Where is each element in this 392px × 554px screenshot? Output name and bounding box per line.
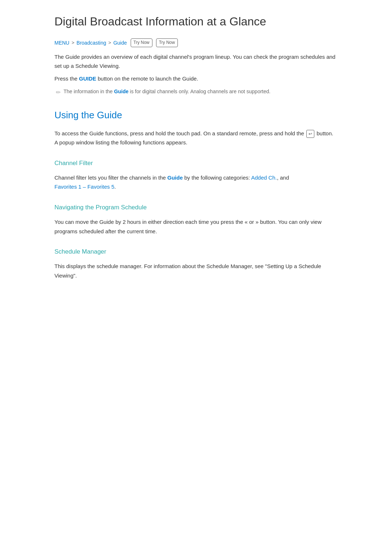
press-guide-text: Press the GUIDE button on the remote to …	[54, 74, 338, 83]
breadcrumb-sep1: >	[72, 39, 74, 47]
cf-guide-keyword: Guide	[167, 175, 183, 181]
note-text: The information in the Guide is for digi…	[64, 87, 270, 95]
rewind-icon: «	[245, 219, 248, 225]
press-prefix: Press the	[54, 75, 79, 82]
breadcrumb-menu[interactable]: MENU	[54, 39, 69, 47]
subsection-channel-filter-body: Channel filter lets you filter the chann…	[54, 173, 338, 192]
return-button-icon: ↩	[306, 130, 314, 138]
press-suffix: button on the remote to launch the Guide…	[96, 75, 198, 82]
pencil-icon: ✏	[56, 88, 61, 97]
nav-prefix: You can move the Guide by 2 hours in eit…	[54, 219, 245, 225]
cf-prefix: Channel filter lets you filter the chann…	[54, 175, 167, 181]
try-now-badge-1[interactable]: Try Now	[131, 38, 152, 47]
subsection-navigating-body: You can move the Guide by 2 hours in eit…	[54, 217, 338, 236]
subsection-navigating-title: Navigating the Program Schedule	[54, 202, 338, 212]
page-container: Digital Broadcast Information at a Glanc…	[33, 0, 359, 313]
note-prefix: The information in the	[64, 89, 114, 94]
section-using-guide-title: Using the Guide	[54, 108, 338, 123]
nav-or: or	[248, 219, 256, 225]
using-guide-prefix: To access the Guide functions, press and…	[54, 130, 306, 136]
intro-paragraph-1: The Guide provides an overview of each d…	[54, 52, 338, 71]
note-guide-keyword: Guide	[114, 89, 128, 94]
breadcrumb-broadcasting[interactable]: Broadcasting	[77, 39, 106, 47]
page-title: Digital Broadcast Information at a Glanc…	[54, 15, 338, 28]
note-block: ✏ The information in the Guide is for di…	[54, 87, 338, 97]
section-using-guide-body: To access the Guide functions, press and…	[54, 129, 338, 147]
cf-middle: by the following categories:	[183, 175, 251, 181]
subsection-schedule-manager-body: This displays the schedule manager. For …	[54, 262, 338, 280]
breadcrumb-guide[interactable]: Guide	[113, 39, 127, 47]
favorites-link[interactable]: Favorites 1 – Favorites 5	[54, 184, 114, 190]
guide-keyword-inline: GUIDE	[79, 75, 97, 82]
cf-comma-and: , and	[277, 175, 289, 181]
breadcrumb: MENU > Broadcasting > Guide Try Now Try …	[54, 38, 338, 47]
try-now-badge-2[interactable]: Try Now	[156, 38, 178, 47]
breadcrumb-sep2: >	[109, 39, 111, 47]
note-suffix: is for digital channels only. Analog cha…	[128, 89, 270, 94]
subsection-schedule-manager-title: Schedule Manager	[54, 247, 338, 257]
added-ch-link[interactable]: Added Ch.	[251, 175, 277, 181]
cf-period: .	[114, 184, 116, 190]
subsection-channel-filter-title: Channel Filter	[54, 158, 338, 168]
